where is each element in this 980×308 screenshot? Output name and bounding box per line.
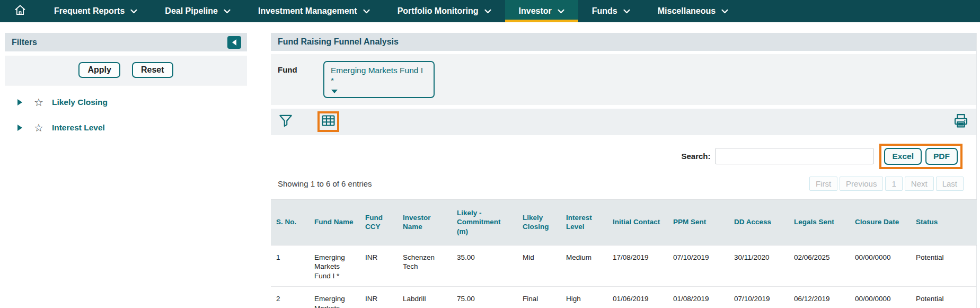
chevron-down-icon [130, 9, 137, 14]
column-header[interactable]: Interest Level [561, 199, 607, 245]
tree-item-likely-closing[interactable]: ☆Likely Closing [12, 97, 240, 108]
excel-export-button[interactable]: Excel [884, 148, 922, 165]
table-row: 2Emerging Markets Fund I *INRLabdrill75.… [271, 287, 977, 308]
table-cell: Medium [561, 245, 607, 287]
column-header[interactable]: Likely Closing [517, 199, 561, 245]
print-icon [953, 113, 969, 130]
nav-item-label: Deal Pipeline [165, 6, 218, 16]
table-cell: Potential [911, 245, 977, 287]
pdf-export-button[interactable]: PDF [925, 148, 958, 165]
pagination-1[interactable]: 1 [885, 177, 902, 191]
column-header[interactable]: PPM Sent [668, 199, 729, 245]
print-button[interactable] [953, 113, 969, 130]
fund-label: Fund [278, 61, 323, 98]
expand-arrow-icon[interactable] [17, 99, 22, 105]
page-title-bar: Fund Raising Funnel Analysis [271, 33, 976, 51]
column-header[interactable]: Legals Sent [789, 199, 850, 245]
nav-item-label: Investment Management [258, 6, 357, 16]
table-cell: Emerging Markets Fund I * [309, 245, 360, 287]
filters-title: Filters [12, 38, 37, 47]
filters-panel: Filters Apply Reset ☆Likely Closing☆Inte… [5, 33, 247, 308]
nav-item-investor[interactable]: Investor [505, 0, 578, 22]
pagination-next[interactable]: Next [905, 177, 934, 191]
export-buttons-annotation: Excel PDF [879, 144, 963, 169]
filters-tree: ☆Likely Closing☆Interest Level [5, 85, 247, 160]
funnel-analysis-table: S. No.Fund NameFund CCYInvestor NameLike… [271, 199, 977, 308]
column-header[interactable]: Investor Name [398, 199, 452, 245]
main-panel: Fund Raising Funnel Analysis Fund Emergi… [271, 33, 977, 308]
nav-item-label: Funds [592, 6, 617, 16]
table-header-row: S. No.Fund NameFund CCYInvestor NameLike… [271, 199, 977, 245]
nav-item-label: Portfolio Monitoring [398, 6, 479, 16]
nav-item-deal-pipeline[interactable]: Deal Pipeline [151, 0, 244, 22]
table-cell: 01/06/2019 [607, 287, 668, 308]
pagination: FirstPrevious1NextLast [809, 177, 964, 191]
table-cell: 75.00 [452, 287, 517, 308]
column-header[interactable]: Status [911, 199, 977, 245]
nav-item-investment-management[interactable]: Investment Management [244, 0, 384, 22]
column-header[interactable]: DD Access [729, 199, 789, 245]
column-header[interactable]: Closure Date [850, 199, 911, 245]
chevron-down-icon [623, 9, 630, 14]
pagination-first[interactable]: First [809, 177, 837, 191]
table-cell: 00/00/0000 [850, 245, 911, 287]
nav-item-funds[interactable]: Funds [578, 0, 644, 22]
table-view-button[interactable] [322, 115, 335, 128]
page-title: Fund Raising Funnel Analysis [278, 37, 399, 47]
pagination-previous[interactable]: Previous [840, 177, 883, 191]
nav-item-miscellaneous[interactable]: Miscellaneous [644, 0, 742, 22]
reset-button[interactable]: Reset [132, 62, 173, 78]
table-view-annotation [317, 111, 339, 132]
column-header[interactable]: Fund CCY [360, 199, 398, 245]
table-cell: 06/12/2019 [789, 287, 850, 308]
fund-dropdown[interactable]: Emerging Markets Fund I * [323, 61, 435, 98]
search-label: Search: [681, 152, 710, 161]
chevron-down-icon [363, 9, 370, 14]
column-header[interactable]: S. No. [271, 199, 309, 245]
chevron-down-icon [331, 90, 338, 93]
nav-item-label: Investor [519, 6, 552, 16]
showing-entries-text: Showing 1 to 6 of 6 entries [278, 179, 372, 188]
star-icon[interactable]: ☆ [34, 97, 43, 108]
table-cell: INR [360, 287, 398, 308]
filters-actions: Apply Reset [5, 56, 247, 85]
table-cell: 00/00/0000 [850, 287, 911, 308]
tree-item-label: Likely Closing [52, 98, 108, 107]
table-cell: 2 [271, 287, 309, 308]
report-toolbar [271, 109, 976, 135]
fund-filter-row: Fund Emerging Markets Fund I * [271, 54, 976, 105]
column-header[interactable]: Initial Contact [607, 199, 668, 245]
expand-arrow-icon[interactable] [17, 125, 22, 131]
page-body: Filters Apply Reset ☆Likely Closing☆Inte… [0, 22, 980, 308]
nav-item-label: Miscellaneous [658, 6, 716, 16]
table-cell: Schenzen Tech [398, 245, 452, 287]
filter-funnel-button[interactable] [278, 113, 293, 130]
search-row: Search: Excel PDF [271, 144, 976, 169]
filters-header: Filters [5, 33, 247, 51]
table-cell: Final [517, 287, 561, 308]
table-cell: 1 [271, 245, 309, 287]
star-icon[interactable]: ☆ [34, 122, 43, 133]
search-input[interactable] [715, 148, 874, 164]
apply-button[interactable]: Apply [78, 62, 120, 78]
table-cell: Labdrill [398, 287, 452, 308]
chevron-down-icon [224, 9, 231, 14]
funnel-table-wrap: S. No.Fund NameFund CCYInvestor NameLike… [271, 199, 976, 308]
nav-item-portfolio-monitoring[interactable]: Portfolio Monitoring [384, 0, 505, 22]
home-button[interactable] [0, 0, 40, 22]
tree-item-interest-level[interactable]: ☆Interest Level [12, 122, 240, 133]
chevron-down-icon [558, 9, 564, 14]
table-cell: 17/08/2019 [607, 245, 668, 287]
collapse-panel-button[interactable] [227, 36, 241, 49]
table-cell: INR [360, 245, 398, 287]
table-cell: 30/11/2020 [729, 245, 789, 287]
table-row: 1Emerging Markets Fund I *INRSchenzen Te… [271, 245, 977, 287]
pagination-last[interactable]: Last [936, 177, 964, 191]
column-header[interactable]: Fund Name [309, 199, 360, 245]
table-cell: 35.00 [452, 245, 517, 287]
table-cell: Potential [911, 287, 977, 308]
column-header[interactable]: Likely - Commitment (m) [452, 199, 517, 245]
nav-item-label: Frequent Reports [54, 6, 125, 16]
nav-item-frequent-reports[interactable]: Frequent Reports [40, 0, 151, 22]
chevron-down-icon [721, 9, 728, 14]
